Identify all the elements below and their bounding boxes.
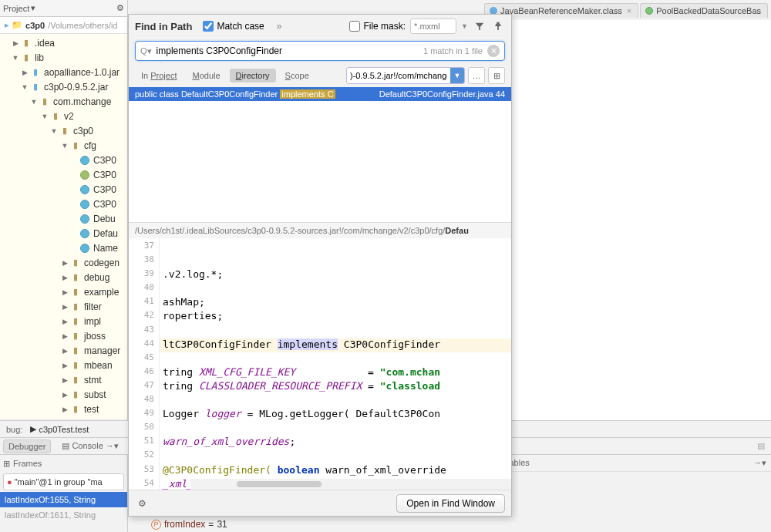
chevron-down-icon[interactable]: ▼	[450, 68, 464, 83]
package-icon: ▮	[59, 126, 71, 136]
frames-panel: ⊞Frames ● "main"@1 in group "ma lastInde…	[0, 455, 128, 532]
search-icon: Q▾	[140, 46, 152, 56]
project-tree: ▶▮.idea ▼▮lib ▶▮aopalliance-1.0.jar ▼▮c3…	[0, 34, 127, 419]
horizontal-scrollbar[interactable]	[190, 479, 511, 490]
search-input[interactable]	[157, 45, 419, 56]
folder-icon: ▸ 📁	[5, 20, 22, 30]
directory-field: ▼	[346, 67, 465, 84]
package-icon: ▮	[69, 316, 82, 327]
class-icon	[79, 243, 91, 254]
debugger-tab[interactable]: Debugger	[3, 439, 51, 453]
tree-item[interactable]: Name	[0, 241, 127, 255]
tree-item[interactable]: C3P0	[0, 182, 127, 197]
jar-icon: ▮	[29, 67, 42, 78]
class-icon	[79, 214, 91, 224]
tree-item[interactable]: ▶▮manager	[0, 343, 127, 358]
tree-item[interactable]: ▶▮.idea	[0, 35, 127, 50]
stack-frame[interactable]: lastIndexOf:1655, String	[0, 492, 127, 507]
tree-item[interactable]: ▶▮test	[0, 402, 127, 416]
class-icon	[79, 228, 91, 239]
arrow-icon[interactable]: →▾	[753, 458, 766, 468]
code-preview: 373839404142434445464748495051525354 .v2…	[129, 238, 511, 490]
tree-item[interactable]: ▼▮cfg	[0, 138, 127, 153]
class-icon	[79, 155, 91, 166]
scope-module[interactable]: MModuleodule	[186, 69, 226, 82]
package-icon: ▮	[69, 287, 82, 298]
file-mask-checkbox[interactable]: File mask:	[349, 21, 406, 32]
gear-icon[interactable]: ⚙	[135, 497, 149, 510]
editor-tab-pool[interactable]: PoolBackedDataSourceBas	[640, 3, 768, 18]
tree-item[interactable]: ▼▮c3p0	[0, 123, 127, 138]
tree-item[interactable]: ▶▮stmt	[0, 372, 127, 387]
console-tab[interactable]: ▤ Console →▾	[57, 439, 123, 453]
tree-item[interactable]: ▶▮mbean	[0, 358, 127, 372]
tree-item[interactable]: Debu	[0, 211, 127, 226]
java-icon	[490, 7, 497, 15]
stack-frame[interactable]: lastIndexOf:1611, String	[0, 507, 127, 523]
package-icon: ▮	[69, 404, 82, 415]
package-icon: ▮	[69, 331, 82, 342]
dialog-footer: ⚙ Open in Find Window	[129, 490, 511, 516]
tree-item[interactable]: C3P0	[0, 153, 127, 167]
search-result-row[interactable]: public class DefaultC3P0ConfigFinder imp…	[129, 87, 511, 101]
package-icon: ▮	[49, 111, 62, 122]
directory-input[interactable]	[347, 71, 450, 80]
open-in-find-window-button[interactable]: Open in Find Window	[396, 494, 505, 513]
package-icon: ▮	[69, 389, 82, 400]
tree-item[interactable]: ▶▮debug	[0, 270, 127, 285]
preview-path: /Users/ch1st/.ideaLibSources/c3p0-0.9.5.…	[129, 223, 511, 238]
frames-icon: ⊞	[3, 459, 10, 469]
search-input-box: Q▾ 1 match in 1 file ✕	[135, 41, 505, 61]
tree-item[interactable]: ▼▮v2	[0, 109, 127, 123]
tree-item[interactable]: ▶▮impl	[0, 314, 127, 328]
interface-icon	[79, 170, 91, 180]
jar-icon: ▮	[29, 82, 42, 93]
results-area	[129, 101, 511, 223]
debug-label: bug:	[3, 425, 25, 434]
close-icon[interactable]: ×	[627, 6, 631, 15]
tree-item[interactable]: ▼▮lib	[0, 50, 127, 65]
tree-item[interactable]: Defau	[0, 226, 127, 241]
package-icon: ▮	[69, 272, 82, 283]
tree-item[interactable]: ▶▮example	[0, 285, 127, 299]
tree-item[interactable]: ▶▮filter	[0, 299, 127, 314]
pin-icon[interactable]	[491, 19, 505, 33]
package-icon: ▮	[69, 258, 82, 268]
package-icon: ▮	[69, 140, 82, 151]
folder-icon: ▮	[20, 52, 32, 63]
tree-item[interactable]: ▼▮c3p0-0.9.5.2.jar	[0, 79, 127, 94]
class-icon	[645, 7, 653, 15]
recursive-button[interactable]: ⊞	[488, 67, 505, 84]
code-lines[interactable]: .v2.log.*; ashMap; roperties; ltC3P0Conf…	[160, 238, 511, 490]
tree-item[interactable]: C3P0	[0, 167, 127, 182]
package-icon: ▮	[39, 96, 51, 107]
scope-in-project[interactable]: In Project	[135, 69, 183, 82]
editor-tabs: JavaBeanReferenceMaker.class× PoolBacked…	[484, 0, 771, 20]
scope-scope[interactable]: ScopeScope	[279, 69, 315, 82]
tree-item[interactable]: ▶▮codegen	[0, 255, 127, 270]
project-header[interactable]: Project▾ ⚙	[0, 0, 127, 17]
match-count: 1 match in 1 file	[423, 46, 483, 56]
browse-button[interactable]: …	[468, 67, 485, 84]
tree-item[interactable]: C3P0	[0, 197, 127, 211]
project-root[interactable]: ▸ 📁 c3p0 /Volumes/others/id	[0, 17, 127, 34]
gear-icon[interactable]: ⚙	[116, 3, 124, 13]
tool-icon[interactable]: ▤	[757, 441, 768, 452]
tree-item[interactable]: ▼▮com.mchange	[0, 94, 127, 109]
scope-directory[interactable]: DirectoryDirectory	[230, 69, 276, 82]
tree-item[interactable]: ▶▮aopalliance-1.0.jar	[0, 65, 127, 79]
dialog-title: Find in Path	[135, 21, 192, 32]
debug-config-tab[interactable]: ▶ c3p0Test.test	[25, 423, 93, 436]
tree-item[interactable]: ▶▮jboss	[0, 328, 127, 343]
find-in-path-dialog: Find in Path Match case » File mask: ▼ Q…	[128, 14, 512, 517]
package-icon: ▮	[69, 301, 82, 312]
match-case-checkbox[interactable]: Match case	[203, 21, 264, 32]
clear-icon[interactable]: ✕	[487, 45, 500, 57]
thread-selector[interactable]: ● "main"@1 in group "ma	[3, 473, 124, 490]
file-mask-input[interactable]	[410, 19, 456, 34]
variable-row[interactable]: PfromIndex=31	[128, 517, 771, 532]
tree-item[interactable]: ▶▮subst	[0, 387, 127, 402]
project-panel: Project▾ ⚙ ▸ 📁 c3p0 /Volumes/others/id ▶…	[0, 0, 128, 420]
filter-icon[interactable]	[473, 19, 487, 33]
class-icon	[79, 184, 91, 195]
